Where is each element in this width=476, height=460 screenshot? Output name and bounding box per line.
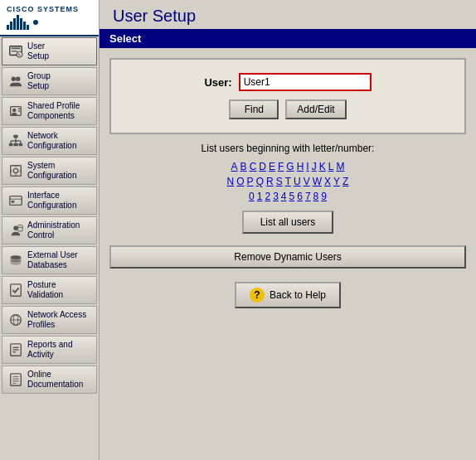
find-button[interactable]: Find — [229, 99, 279, 119]
user-input[interactable] — [239, 73, 372, 91]
remove-dynamic-row: Remove Dynamic Users — [109, 242, 466, 269]
sidebar-item-user-setup-label: UserSetup — [27, 41, 49, 61]
system-config-icon — [7, 162, 24, 179]
svg-point-6 — [16, 77, 20, 81]
letter-link-7[interactable]: 7 — [305, 191, 311, 202]
letter-link-S[interactable]: S — [276, 176, 283, 187]
sidebar-item-network-access[interactable]: Network AccessProfiles — [2, 306, 97, 334]
posture-validation-icon — [7, 282, 24, 298]
find-addedit-row: Find Add/Edit — [229, 99, 346, 119]
letter-link-Z[interactable]: Z — [342, 176, 348, 187]
letter-link-D[interactable]: D — [259, 161, 266, 172]
list-all-users-button[interactable]: List all users — [242, 211, 334, 234]
letter-link-X[interactable]: X — [324, 176, 331, 187]
back-to-help-label: Back to Help — [270, 289, 326, 301]
letter-link-O[interactable]: O — [236, 176, 244, 187]
logo-area: CISCO SYSTEMS — [0, 0, 99, 36]
sidebar-item-network-config-label: NetworkConfiguration — [27, 131, 76, 151]
main-content: User Setup Select User: Find Add/Edit Li… — [100, 0, 476, 460]
sidebar-item-online-doc[interactable]: OnlineDocumentation — [2, 366, 97, 394]
letter-link-B[interactable]: B — [240, 161, 247, 172]
letter-list-section: List users beginning with letter/number:… — [109, 143, 466, 234]
svg-text:✎: ✎ — [17, 52, 21, 57]
letter-link-2[interactable]: 2 — [265, 191, 270, 202]
shared-profile-icon — [7, 103, 24, 119]
letter-row-1: ABCDEFGHIJKLM — [231, 161, 345, 172]
content-area: User: Find Add/Edit List users beginning… — [100, 48, 476, 460]
sidebar-item-external-user-db[interactable]: External UserDatabases — [2, 246, 97, 274]
group-setup-icon — [7, 73, 24, 90]
sidebar-item-reports[interactable]: Reports andActivity — [2, 336, 97, 364]
svg-rect-41 — [11, 374, 22, 385]
network-config-icon — [7, 133, 24, 149]
letter-link-F[interactable]: F — [278, 161, 284, 172]
back-to-help-button[interactable]: ? Back to Help — [235, 282, 341, 308]
letter-link-A[interactable]: A — [231, 161, 238, 172]
cisco-logo-bars — [7, 15, 29, 30]
online-doc-icon — [7, 371, 24, 388]
letter-link-5[interactable]: 5 — [289, 191, 295, 202]
letter-link-N[interactable]: N — [227, 176, 235, 187]
letter-link-E[interactable]: E — [269, 161, 275, 172]
svg-rect-2 — [12, 51, 17, 51]
sidebar-item-user-setup[interactable]: ✎ UserSetup — [2, 37, 97, 65]
letter-link-Q[interactable]: Q — [256, 176, 264, 187]
sidebar-item-online-doc-label: OnlineDocumentation — [27, 370, 83, 390]
letter-link-M[interactable]: M — [336, 161, 344, 172]
letter-link-9[interactable]: 9 — [321, 191, 327, 202]
letter-link-6[interactable]: 6 — [297, 191, 303, 202]
user-form-box: User: Find Add/Edit — [109, 58, 466, 134]
interface-config-icon — [7, 192, 24, 209]
sidebar-item-shared-profile[interactable]: Shared ProfileComponents — [2, 97, 97, 125]
svg-point-5 — [12, 77, 16, 81]
sidebar-item-posture-validation[interactable]: PostureValidation — [2, 276, 97, 304]
page-title: User Setup — [100, 0, 476, 29]
letter-link-C[interactable]: C — [250, 161, 257, 172]
svg-rect-14 — [19, 143, 23, 147]
svg-rect-33 — [11, 284, 22, 296]
sidebar-item-shared-profile-label: Shared ProfileComponents — [27, 101, 80, 121]
admin-control-icon — [7, 222, 24, 239]
letter-link-3[interactable]: 3 — [273, 191, 279, 202]
sidebar-item-interface-config[interactable]: InterfaceConfiguration — [2, 186, 97, 215]
back-to-help-row: ? Back to Help — [109, 282, 466, 308]
svg-rect-12 — [9, 143, 13, 147]
sidebar-item-reports-label: Reports andActivity — [27, 340, 72, 360]
cisco-brand: CISCO SYSTEMS — [7, 5, 92, 13]
letter-link-P[interactable]: P — [247, 176, 254, 187]
sidebar-item-posture-validation-label: PostureValidation — [27, 280, 63, 300]
sidebar-item-group-setup-label: GroupSetup — [27, 71, 51, 91]
sidebar-item-admin-control[interactable]: AdministrationControl — [2, 216, 97, 245]
external-user-db-icon — [7, 252, 24, 269]
network-access-icon — [7, 312, 24, 328]
add-edit-button[interactable]: Add/Edit — [285, 99, 346, 119]
letter-link-4[interactable]: 4 — [281, 191, 287, 202]
letter-link-T[interactable]: T — [285, 176, 291, 187]
letter-link-I[interactable]: I — [306, 161, 308, 172]
sidebar-item-network-config[interactable]: NetworkConfiguration — [2, 127, 97, 155]
letter-link-Y[interactable]: Y — [333, 176, 340, 187]
letter-link-V[interactable]: V — [304, 176, 310, 187]
letter-link-L[interactable]: L — [328, 161, 334, 172]
letter-link-8[interactable]: 8 — [313, 191, 319, 202]
letter-link-U[interactable]: U — [294, 176, 301, 187]
letter-link-G[interactable]: G — [286, 161, 294, 172]
sidebar-item-system-config[interactable]: SystemConfiguration — [2, 157, 97, 185]
letter-row-2: NOPQRSTUVWXYZ — [227, 176, 349, 187]
svg-rect-11 — [13, 135, 17, 138]
user-label: User: — [204, 76, 231, 89]
letter-list-label: List users beginning with letter/number: — [202, 143, 375, 154]
select-bar: Select — [100, 29, 476, 48]
remove-dynamic-users-button[interactable]: Remove Dynamic Users — [109, 245, 466, 269]
letter-link-K[interactable]: K — [319, 161, 326, 172]
help-icon: ? — [250, 288, 265, 303]
letter-link-1[interactable]: 1 — [257, 191, 263, 202]
svg-rect-13 — [13, 143, 17, 147]
letter-link-J[interactable]: J — [312, 161, 317, 172]
letter-link-W[interactable]: W — [313, 176, 322, 187]
letter-link-H[interactable]: H — [297, 161, 304, 172]
user-setup-icon: ✎ — [7, 43, 24, 60]
letter-link-0[interactable]: 0 — [249, 191, 255, 202]
letter-link-R[interactable]: R — [266, 176, 274, 187]
sidebar-item-group-setup[interactable]: GroupSetup — [2, 67, 97, 95]
